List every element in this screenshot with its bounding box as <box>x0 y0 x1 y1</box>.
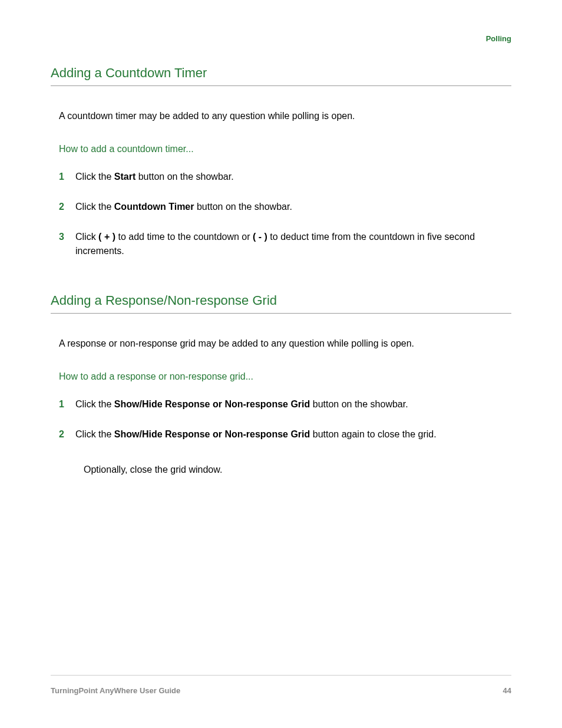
page-footer: TurningPoint AnyWhere User Guide 44 <box>51 675 511 695</box>
section2-intro: A response or non-response grid may be a… <box>59 338 511 349</box>
step-number: 1 <box>59 170 75 183</box>
footer-page-number: 44 <box>503 686 511 695</box>
footer-guide: TurningPoint AnyWhere User Guide <box>51 686 180 695</box>
section1-intro: A countdown timer may be added to any qu… <box>59 111 511 121</box>
section2-subheading: How to add a response or non-response gr… <box>59 371 511 382</box>
step-number: 2 <box>59 200 75 213</box>
section-heading-countdown: Adding a Countdown Timer <box>51 65 511 86</box>
step-text: Click ( + ) to add time to the countdown… <box>75 230 511 257</box>
step-item: 3 Click ( + ) to add time to the countdo… <box>59 230 511 257</box>
section1-subheading: How to add a countdown timer... <box>59 144 511 154</box>
section2-steps: 1 Click the Show/Hide Response or Non-re… <box>59 397 511 475</box>
step-item: 2 Click the Countdown Timer button on th… <box>59 200 511 213</box>
step-number: 1 <box>59 397 75 411</box>
step-number: 3 <box>59 230 75 257</box>
step-text: Click the Start button on the showbar. <box>75 170 511 183</box>
header-category: Polling <box>51 34 511 43</box>
section2-extra: Optionally, close the grid window. <box>84 465 511 475</box>
step-text: Click the Countdown Timer button on the … <box>75 200 511 213</box>
step-text: Click the Show/Hide Response or Non-resp… <box>75 427 511 441</box>
section1-steps: 1 Click the Start button on the showbar.… <box>59 170 511 258</box>
document-page: Polling Adding a Countdown Timer A count… <box>0 0 562 475</box>
step-text: Click the Show/Hide Response or Non-resp… <box>75 397 511 411</box>
step-item: 2 Click the Show/Hide Response or Non-re… <box>59 427 511 441</box>
step-item: 1 Click the Start button on the showbar. <box>59 170 511 183</box>
step-number: 2 <box>59 427 75 441</box>
step-item: 1 Click the Show/Hide Response or Non-re… <box>59 397 511 411</box>
section-heading-grid: Adding a Response/Non-response Grid <box>51 293 511 314</box>
